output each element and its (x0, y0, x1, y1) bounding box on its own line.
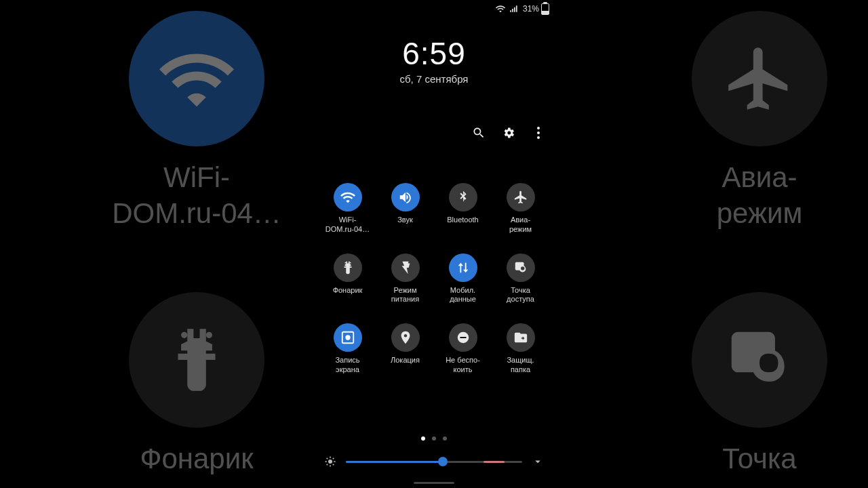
tile-label: Режим питания (391, 286, 419, 305)
chevron-down-icon (532, 455, 544, 468)
tile-label: Не беспо- коить (446, 356, 480, 375)
wifi-status-icon (496, 4, 505, 14)
cell-signal-icon (509, 4, 519, 14)
location-icon (398, 330, 413, 345)
battery-indicator: 31% (523, 3, 549, 15)
tile-label: Bluetooth (447, 216, 478, 225)
page-indicator[interactable] (312, 436, 556, 441)
search-button[interactable] (472, 126, 486, 140)
tile-label: Фонарик (333, 286, 363, 296)
bg-tile-label: Точка (722, 441, 796, 477)
wifi-icon (159, 41, 234, 116)
tile-label: Защищ. папка (507, 356, 534, 375)
tile-label: Авиа- режим (509, 216, 532, 235)
gear-icon (502, 126, 515, 140)
secure-folder-icon (513, 330, 528, 345)
battery-percent: 31% (523, 4, 539, 14)
tile-label: Локация (391, 356, 420, 365)
brightness-slider[interactable] (346, 461, 522, 463)
tile-hotspot[interactable]: Точка доступа (492, 253, 549, 305)
flashlight-icon (340, 260, 355, 275)
tile-mobile-data[interactable]: Мобил. данные (434, 253, 492, 305)
airplane-icon (513, 190, 528, 205)
status-bar: 31% (312, 0, 556, 18)
bluetooth-icon (456, 190, 471, 205)
quick-settings-grid: WiFi- DOM.ru-04… Звук Bluetooth Авиа- ре… (312, 183, 556, 375)
tile-wifi[interactable]: WiFi- DOM.ru-04… (319, 183, 376, 235)
phone-screen: 31% 6:59 сб, 7 сентября WiFi- DOM.ru-04…… (312, 0, 556, 488)
hotspot-icon (722, 323, 797, 397)
clock-time: 6:59 (312, 35, 556, 72)
brightness-slider-row (324, 455, 544, 468)
clock-date: сб, 7 сентября (312, 73, 556, 85)
tile-bluetooth[interactable]: Bluetooth (434, 183, 492, 235)
mobile-data-icon (456, 260, 471, 275)
brightness-icon (324, 455, 336, 468)
screen-record-icon (340, 330, 355, 345)
sound-icon (398, 190, 413, 205)
hotspot-icon (513, 260, 528, 275)
background-right-crop: Авиа- режим Точка (515, 0, 868, 488)
search-icon (472, 126, 486, 140)
nav-handle[interactable] (414, 482, 454, 484)
tile-location[interactable]: Локация (376, 323, 434, 375)
settings-button[interactable] (502, 126, 515, 140)
tile-secure-folder[interactable]: Защищ. папка (492, 323, 549, 375)
tile-dnd[interactable]: Не беспо- коить (434, 323, 492, 375)
background-left-crop: WiFi- DOM.ru-04… Фонарик (0, 0, 353, 488)
power-mode-icon (398, 260, 413, 275)
tile-label: Запись экрана (335, 356, 359, 375)
airplane-icon (722, 41, 797, 116)
battery-icon (541, 3, 549, 15)
dnd-icon (456, 330, 471, 345)
tile-flashlight[interactable]: Фонарик (319, 253, 376, 305)
flashlight-icon (159, 323, 234, 397)
tile-label: Мобил. данные (450, 286, 476, 305)
bg-tile-label: WiFi- DOM.ru-04… (112, 160, 281, 231)
more-icon (537, 127, 540, 139)
tile-sound[interactable]: Звук (376, 183, 434, 235)
tile-label: Точка доступа (507, 286, 534, 305)
brightness-expand-button[interactable] (532, 455, 544, 468)
more-button[interactable] (532, 126, 545, 140)
tile-label: Звук (397, 216, 413, 225)
tile-power-mode[interactable]: Режим питания (376, 253, 434, 305)
wifi-icon (340, 190, 355, 205)
bg-tile-label: Фонарик (140, 441, 253, 477)
tile-airplane[interactable]: Авиа- режим (492, 183, 549, 235)
bg-tile-label: Авиа- режим (717, 160, 803, 231)
tile-label: WiFi- DOM.ru-04… (326, 216, 370, 235)
tile-screen-record[interactable]: Запись экрана (319, 323, 376, 375)
